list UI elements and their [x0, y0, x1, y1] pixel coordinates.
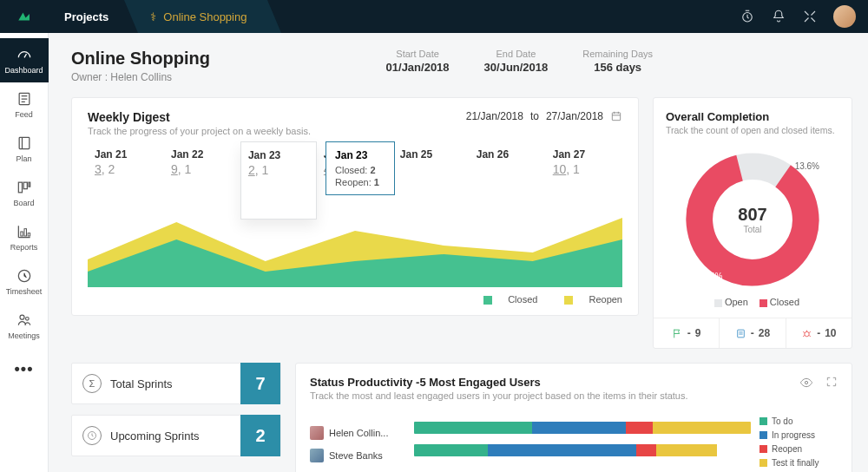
svg-rect-7: [24, 229, 27, 236]
clock-icon: [16, 267, 33, 285]
nav-more[interactable]: •••: [15, 351, 34, 387]
day-cell[interactable]: Jan 213, 2: [88, 145, 164, 187]
nav-dashboard[interactable]: Dashboard: [0, 38, 49, 82]
nav-reports[interactable]: Reports: [0, 215, 49, 259]
completion-legend: Open Closed: [666, 297, 839, 307]
stat-bugs[interactable]: - 10: [786, 318, 852, 348]
eye-icon[interactable]: [799, 376, 813, 390]
day-cell[interactable]: Jan 229, 1: [164, 145, 240, 187]
expand-icon[interactable]: [825, 376, 838, 388]
topbar-actions: [740, 5, 868, 28]
svg-rect-3: [18, 182, 22, 193]
start-date: Start Date 01/Jan/2018: [386, 49, 450, 74]
user-list: Helen Collin... Steve Banks: [310, 422, 405, 467]
logo-bird-icon: [16, 9, 32, 24]
left-nav: Dashboard Feed Plan Board Reports Timesh…: [0, 33, 49, 472]
feed-icon: [16, 90, 33, 108]
avatar-icon: [310, 449, 324, 462]
nav-label: Reports: [10, 243, 38, 252]
sprint-upcoming-icon: [82, 426, 102, 445]
user-row[interactable]: Steve Banks: [310, 444, 405, 467]
bug-icon: [801, 328, 812, 339]
reports-icon: [16, 223, 33, 240]
nav-feed[interactable]: Feed: [0, 82, 49, 127]
sprint-count: 2: [240, 415, 280, 456]
completion-subtitle: Track the count of open and closed items…: [666, 125, 839, 135]
user-row[interactable]: Helen Collin...: [310, 422, 405, 444]
stat-tasks[interactable]: - 28: [720, 318, 786, 348]
day-tooltip: Jan 23 Closed: 2 Reopen: 1: [326, 141, 395, 195]
avatar-icon: [310, 426, 324, 440]
completion-stats: - 9 - 28 - 10: [654, 318, 852, 348]
nav-board[interactable]: Board: [0, 171, 49, 215]
project-header: Online Shopping Owner : Helen Collins St…: [71, 49, 852, 83]
breadcrumb[interactable]: ⚕ Online Shopping: [124, 0, 267, 33]
svg-rect-4: [23, 182, 27, 189]
productivity-legend: To do In progress Reopen Test it finally: [760, 416, 838, 472]
calendar-icon: [610, 110, 622, 122]
completion-title: Overall Completion: [666, 110, 839, 123]
completion-donut: 807 Total 13.6% 86.4%: [679, 146, 826, 293]
end-date: End Date 30/Jun/2018: [484, 49, 549, 74]
day-cell-hover[interactable]: Jan 232, 1: [240, 141, 317, 220]
productivity-subtitle: Track the most and least engaged users i…: [310, 390, 688, 401]
plan-icon: [16, 134, 33, 152]
breadcrumb-label: Online Shopping: [163, 10, 247, 23]
weekly-title: Weekly Digest: [88, 110, 311, 124]
app-logo[interactable]: [0, 0, 49, 33]
stat-milestones[interactable]: - 9: [654, 318, 720, 348]
nav-timesheet[interactable]: Timesheet: [0, 259, 49, 304]
upcoming-sprints-card[interactable]: Upcoming Sprints 2: [71, 415, 281, 456]
svg-rect-17: [738, 330, 745, 338]
date-range-picker[interactable]: 21/Jan/2018 to 27/Jan/2018: [466, 110, 622, 122]
board-icon: [16, 179, 33, 196]
productivity-title: Status Productivity -5 Most Engaged User…: [310, 376, 688, 389]
nav-label: Meetings: [8, 331, 40, 340]
svg-point-11: [25, 318, 29, 321]
stacked-bars: [414, 422, 751, 467]
completion-card: Overall Completion Track the count of op…: [653, 97, 852, 349]
remaining-days: Remaining Days 156 days: [582, 49, 653, 74]
nav-plan[interactable]: Plan: [0, 127, 49, 171]
sprint-label: Total Sprints: [110, 377, 240, 390]
project-owner: Owner : Helen Collins: [71, 71, 210, 83]
svg-rect-12: [612, 113, 620, 121]
meetings-icon: [16, 311, 33, 329]
project-title: Online Shopping: [71, 49, 210, 69]
bell-icon[interactable]: [771, 9, 786, 24]
svg-rect-6: [20, 232, 22, 236]
topbar: Projects ⚕ Online Shopping: [0, 0, 868, 33]
day-cell[interactable]: Jan 26: [470, 145, 546, 187]
nav-label: Feed: [15, 110, 33, 119]
weekly-subtitle: Track the progress of your project on a …: [88, 126, 311, 136]
weekly-legend: Closed Reopen: [88, 294, 622, 305]
day-headers: Jan 213, 2 Jan 229, 1 Jan 232, 1 Jan 244…: [88, 145, 622, 187]
nav-label: Board: [13, 199, 34, 207]
tools-icon[interactable]: [802, 9, 818, 24]
day-cell[interactable]: Jan 2710, 1: [546, 145, 622, 187]
bar-row: [414, 444, 751, 456]
project-icon: ⚕: [150, 10, 156, 23]
total-sprints-card[interactable]: Σ Total Sprints 7: [71, 363, 281, 404]
svg-point-10: [20, 315, 24, 319]
svg-point-20: [805, 381, 807, 384]
svg-rect-2: [19, 137, 30, 148]
nav-label: Dashboard: [4, 66, 43, 75]
projects-tab[interactable]: Projects: [49, 0, 124, 33]
sprint-total-icon: Σ: [82, 374, 102, 393]
nav-label: Timesheet: [6, 287, 43, 296]
weekly-area-chart: [88, 192, 622, 287]
sprint-label: Upcoming Sprints: [110, 429, 240, 442]
open-pct-label: 13.6%: [795, 161, 819, 171]
svg-point-18: [805, 331, 809, 336]
sprint-count: 7: [240, 363, 280, 404]
timer-icon[interactable]: [740, 9, 755, 24]
user-avatar[interactable]: [833, 5, 856, 28]
svg-rect-8: [28, 233, 30, 236]
day-cell[interactable]: Jan 25: [393, 145, 470, 187]
flag-icon: [672, 328, 683, 339]
doc-icon: [735, 328, 746, 339]
nav-label: Plan: [16, 154, 31, 163]
svg-rect-5: [29, 182, 30, 187]
nav-meetings[interactable]: Meetings: [0, 304, 49, 348]
